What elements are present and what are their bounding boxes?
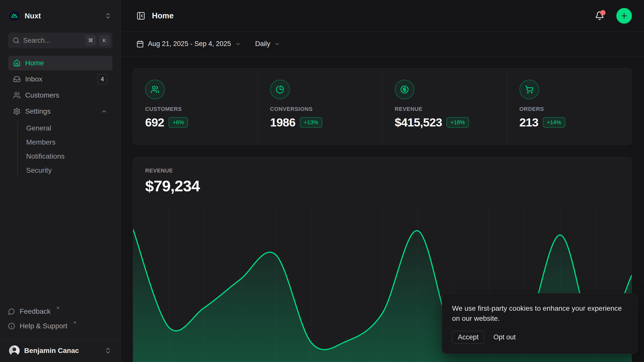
gear-icon: [13, 108, 21, 115]
stat-delta-badge: +14%: [543, 117, 565, 128]
user-name: Benjamin Canac: [24, 347, 79, 355]
revenue-chart-header: REVENUE $79,234: [133, 157, 632, 195]
dollar-circle-icon: [395, 80, 414, 99]
chevron-up-icon: [101, 108, 107, 115]
stat-delta-badge: +18%: [447, 117, 469, 128]
chevron-down-icon: [235, 41, 241, 47]
sidebar-item-security[interactable]: Security: [26, 163, 112, 177]
avatar: [9, 345, 20, 356]
sidebar: Nuxt ⌘ K Home Inbox 4: [0, 0, 121, 362]
cookie-optout-button[interactable]: Opt out: [494, 333, 516, 341]
chevrons-up-down-icon: [104, 12, 111, 19]
kbd-meta: ⌘: [86, 35, 96, 46]
external-link-icon: [72, 321, 77, 325]
sidebar-item-label: Settings: [25, 107, 51, 115]
stat-label: CUSTOMERS: [145, 106, 246, 112]
workspace-name: Nuxt: [25, 12, 41, 20]
stat-label: ORDERS: [519, 106, 620, 112]
sidebar-nav: Home Inbox 4 Customers Settings Genera: [8, 56, 112, 177]
page-header: Home: [121, 0, 644, 32]
cookie-accept-button[interactable]: Accept: [452, 331, 485, 344]
sidebar-footer: Feedback Help & Support: [8, 305, 112, 339]
stat-value: $415,523: [395, 115, 442, 129]
stat-value: 692: [145, 115, 164, 129]
stat-label: CONVERSIONS: [270, 106, 371, 112]
house-icon: [13, 59, 21, 67]
chevrons-up-down-icon: [104, 347, 111, 354]
external-link-icon: [56, 306, 60, 310]
sidebar-item-members[interactable]: Members: [26, 135, 112, 149]
filters-toolbar: Aug 21, 2025 - Sep 4, 2025 Daily: [121, 32, 644, 56]
stat-revenue[interactable]: REVENUE $415,523 +18%: [382, 69, 507, 144]
cookie-actions: Accept Opt out: [452, 331, 628, 344]
feedback-label: Feedback: [20, 307, 51, 315]
notification-dot: [600, 10, 606, 15]
stat-delta-badge: +6%: [169, 117, 188, 128]
sidebar-item-home[interactable]: Home: [8, 56, 112, 70]
user-menu[interactable]: Benjamin Canac: [8, 339, 112, 362]
kbd-k: K: [99, 35, 109, 46]
info-circle-icon: [8, 323, 15, 330]
search-input[interactable]: [23, 37, 82, 44]
subnav-label: Members: [26, 138, 56, 146]
settings-subnav: General Members Notifications Security: [17, 121, 112, 177]
search-field[interactable]: ⌘ K: [8, 33, 112, 48]
nuxt-logo-icon: [9, 11, 20, 21]
inbox-count-badge: 4: [97, 74, 107, 84]
stat-delta-badge: +13%: [300, 117, 322, 128]
subnav-label: General: [26, 124, 51, 132]
calendar-icon: [136, 40, 144, 48]
chevron-down-icon: [274, 41, 280, 47]
sidebar-item-customers[interactable]: Customers: [8, 88, 112, 103]
revenue-chart-label: REVENUE: [145, 167, 620, 174]
sidebar-item-notifications[interactable]: Notifications: [26, 149, 112, 163]
feedback-link[interactable]: Feedback: [8, 305, 112, 319]
stat-orders[interactable]: ORDERS 213 +14%: [507, 69, 632, 144]
search-icon: [13, 37, 20, 44]
granularity-select[interactable]: Daily: [255, 40, 280, 48]
revenue-chart-total: $79,234: [145, 177, 620, 195]
subnav-label: Security: [26, 166, 52, 174]
cookie-message: We use first-party cookies to enhance yo…: [452, 303, 628, 324]
plus-icon: [620, 12, 628, 20]
sidebar-collapse-button[interactable]: [136, 11, 145, 20]
users-icon: [13, 92, 21, 99]
stat-customers[interactable]: CUSTOMERS 692 +6%: [133, 69, 258, 144]
stats-card: CUSTOMERS 692 +6% CONVERSIONS 1986 +13%: [133, 68, 632, 145]
subnav-label: Notifications: [26, 152, 65, 160]
message-circle-icon: [8, 308, 15, 315]
sidebar-item-label: Home: [25, 59, 44, 67]
add-button[interactable]: [616, 8, 632, 24]
shopping-cart-icon: [519, 80, 539, 99]
sidebar-item-general[interactable]: General: [26, 121, 112, 135]
stat-value: 213: [519, 115, 538, 129]
granularity-value: Daily: [255, 40, 270, 48]
sidebar-item-label: Inbox: [25, 75, 43, 83]
help-support-link[interactable]: Help & Support: [8, 320, 112, 334]
help-support-label: Help & Support: [20, 322, 67, 330]
cookie-banner: We use first-party cookies to enhance yo…: [442, 293, 638, 354]
stat-conversions[interactable]: CONVERSIONS 1986 +13%: [258, 69, 383, 144]
workspace-switcher[interactable]: Nuxt: [8, 6, 112, 26]
page-title: Home: [152, 11, 174, 20]
users-icon: [145, 80, 165, 99]
stat-label: REVENUE: [395, 106, 495, 112]
sidebar-item-inbox[interactable]: Inbox 4: [8, 72, 112, 86]
chart-pie-icon: [270, 80, 290, 99]
date-range-value: Aug 21, 2025 - Sep 4, 2025: [148, 40, 231, 48]
inbox-icon: [13, 75, 21, 83]
sidebar-item-settings[interactable]: Settings: [8, 104, 112, 119]
stat-value: 1986: [270, 115, 296, 129]
sidebar-item-label: Customers: [25, 91, 59, 99]
notifications-button[interactable]: [595, 11, 604, 20]
date-range-picker[interactable]: Aug 21, 2025 - Sep 4, 2025: [136, 40, 241, 48]
